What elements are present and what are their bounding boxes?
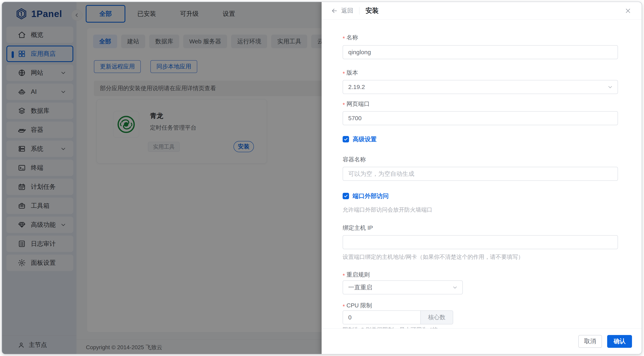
restart-rule-select[interactable]: 一直重启 [343, 280, 463, 294]
back-label: 返回 [341, 6, 353, 15]
back-button[interactable]: 返回 [331, 6, 353, 15]
required-mark: * [343, 271, 345, 279]
advanced-settings-label: 高级设置 [353, 135, 377, 143]
cpu-limit-helper: 限制为 0 则关闭限制，最大可用为 4核 [343, 326, 618, 328]
checkbox-checked-icon [343, 193, 349, 199]
required-mark: * [343, 69, 345, 77]
name-input[interactable] [343, 45, 618, 59]
name-label: * 名称 [343, 34, 618, 42]
version-label: * 版本 [343, 69, 618, 77]
required-mark: * [343, 302, 345, 310]
drawer-footer: 取消 确认 [322, 328, 642, 354]
bind-ip-input[interactable] [343, 235, 618, 249]
drawer-header: 返回 安装 [322, 2, 642, 20]
port-external-helper: 允许端口外部访问会放开防火墙端口 [343, 206, 618, 213]
version-value: 2.19.2 [348, 84, 365, 90]
close-icon [624, 7, 632, 14]
port-label: * 网页端口 [343, 100, 618, 108]
restart-rule-label: * 重启规则 [343, 271, 618, 279]
install-drawer: 返回 安装 * 名称 * 版本 2.19.2 * [322, 2, 642, 354]
port-external-checkbox[interactable]: 端口外部访问 [343, 192, 618, 200]
bind-ip-helper: 设置端口绑定的主机地址/网卡（如果你不清楚这个的作用，请不要填写） [343, 254, 618, 260]
required-mark: * [343, 100, 345, 108]
close-button[interactable] [624, 6, 632, 15]
cpu-limit-label: * CPU 限制 [343, 302, 618, 310]
cpu-limit-group: 核心数 [343, 310, 453, 324]
drawer-title: 安装 [366, 6, 379, 15]
confirm-button[interactable]: 确认 [607, 335, 632, 348]
port-external-label: 端口外部访问 [353, 192, 389, 200]
cancel-button[interactable]: 取消 [578, 335, 602, 348]
version-select[interactable]: 2.19.2 [343, 80, 618, 94]
header-divider [359, 7, 360, 14]
container-name-label: 容器名称 [343, 156, 618, 164]
web-port-input[interactable] [343, 111, 618, 125]
chevron-down-icon [452, 284, 458, 290]
container-name-input[interactable] [343, 167, 618, 181]
required-mark: * [343, 34, 345, 42]
advanced-settings-checkbox[interactable]: 高级设置 [343, 135, 618, 143]
cpu-unit-suffix: 核心数 [420, 311, 453, 324]
chevron-down-icon [607, 84, 613, 90]
checkbox-checked-icon [343, 136, 349, 142]
install-form: * 名称 * 版本 2.19.2 * 网页端口 高级设置 容 [322, 20, 642, 328]
restart-rule-value: 一直重启 [348, 283, 372, 292]
app-window: 1Panel 概览 应用商店 网站 AI 数据库 容器 [2, 1, 642, 355]
arrow-left-icon [331, 7, 338, 14]
cpu-limit-input[interactable] [343, 311, 420, 324]
bind-ip-label: 绑定主机 IP [343, 224, 618, 232]
